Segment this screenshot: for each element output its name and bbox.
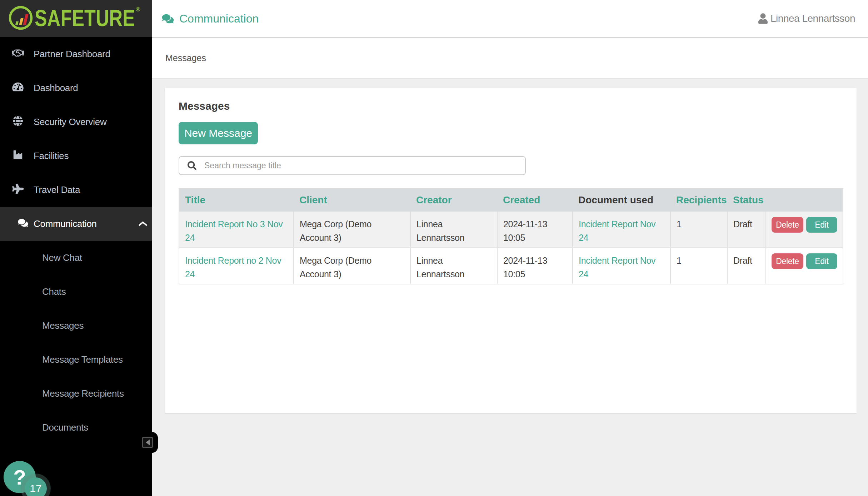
svg-text:SAFETURE: SAFETURE: [35, 5, 135, 31]
svg-text:®: ®: [136, 6, 140, 13]
